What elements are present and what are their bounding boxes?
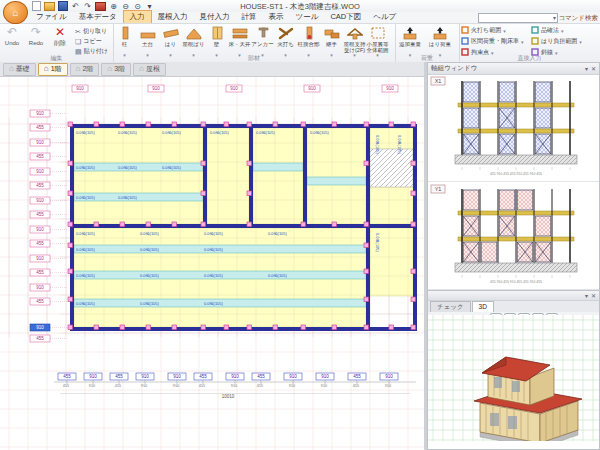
part-button-brace[interactable]: 火打ち▾	[274, 26, 297, 57]
svg-text:0.0他(105): 0.0他(105)	[256, 130, 276, 135]
range-icon	[366, 26, 389, 42]
svg-text:455: 455	[36, 241, 44, 246]
undo-button[interactable]: ↶ Undo	[0, 26, 24, 47]
svg-text:910: 910	[173, 374, 181, 379]
part-button-support[interactable]: 屋根支持受け(2F)▾	[343, 26, 366, 57]
copy-button[interactable]: ❏ コピー	[75, 37, 108, 46]
view3d-title-bar: ▾ ✕	[428, 291, 599, 301]
svg-text:455: 455	[63, 384, 69, 388]
tab-見付入力[interactable]: 見付入力	[194, 11, 236, 23]
floor-tab-屋根[interactable]: ⌂屋根	[133, 63, 166, 76]
svg-text:910: 910	[89, 374, 97, 379]
house-3d-model	[428, 315, 599, 441]
svg-text:0.0他(105): 0.0他(105)	[118, 195, 138, 200]
view3d-tab-チェック[interactable]: チェック	[430, 301, 471, 312]
redo-button[interactable]: ↷ Redo	[24, 26, 48, 47]
svg-text:10010: 10010	[222, 394, 235, 399]
part-button-floor[interactable]: 床・天井▾	[228, 26, 251, 57]
svg-text:910: 910	[230, 86, 238, 91]
part-button-sill[interactable]: 土台▾	[136, 26, 159, 57]
chevron-down-icon[interactable]: ▾	[553, 14, 556, 21]
ribbon-group-parts: 柱▾土台▾はり▾屋根ばり▾壁▾床・天井▾アンカー▾火打ち▾柱接合部▾継手▾屋根支…	[113, 24, 396, 62]
part-button-roofbeam[interactable]: 屋根ばり▾	[182, 26, 205, 57]
svg-text:910: 910	[36, 256, 44, 261]
direct-input-1[interactable]: 区間荷重・剛床率▾	[459, 37, 529, 46]
svg-text:455: 455	[36, 299, 44, 304]
tab-CAD下図[interactable]: CAD下図	[324, 11, 367, 23]
part-button-beam[interactable]: はり▾	[159, 26, 182, 57]
svg-text:0.0他(105): 0.0他(105)	[204, 301, 224, 306]
part-button-joint[interactable]: 柱接合部▾	[297, 26, 320, 57]
roofbeam-icon	[182, 26, 205, 42]
part-button-range[interactable]: 小屋裏等全体範囲▾	[366, 26, 389, 57]
part-button-anchor[interactable]: アンカー▾	[251, 26, 274, 57]
panel-close-icon[interactable]: ✕	[591, 292, 596, 299]
part-button-post[interactable]: 柱▾	[113, 26, 136, 57]
direct-input-icon	[531, 26, 539, 35]
view3d-viewport[interactable]	[428, 315, 599, 449]
joint-icon	[297, 26, 320, 42]
svg-text:0.0他(105): 0.0他(105)	[76, 301, 96, 306]
command-search-input[interactable]	[478, 13, 558, 23]
group-label-edit: 編集	[0, 54, 113, 62]
view3d-panel: ▾ ✕ チェック3D ■●▶↖✥SEGRB?↻	[427, 290, 600, 450]
svg-text:455: 455	[63, 374, 71, 379]
undo-icon: ↶	[0, 26, 24, 40]
tab-ツール[interactable]: ツール	[290, 11, 325, 23]
main-plan-canvas[interactable]: 0.0他(105)0.0他(105)0.0他(105)0.0他(105)0.0他…	[0, 77, 424, 450]
panel-minimize-icon[interactable]: ▾	[585, 292, 588, 299]
floor-tab-基礎[interactable]: ⌂基礎	[3, 63, 36, 76]
tab-表示[interactable]: 表示	[263, 11, 290, 23]
floor-tab-3階[interactable]: ⌂3階	[101, 63, 131, 76]
svg-text:0.0他(105): 0.0他(105)	[375, 233, 380, 253]
svg-text:910: 910	[308, 86, 316, 91]
delete-icon: ✕	[48, 26, 72, 40]
svg-text:0.0他(105): 0.0他(105)	[375, 135, 380, 155]
direct-input-0[interactable]: 火打ち範囲▾	[459, 26, 529, 35]
svg-text:0.0他(105): 0.0他(105)	[118, 165, 138, 170]
floor-tab-2階[interactable]: ⌂2階	[70, 63, 100, 76]
svg-text:455: 455	[257, 374, 265, 379]
group-label-direct-input: 直接入力	[459, 54, 600, 62]
svg-text:455: 455	[199, 374, 207, 379]
svg-text:910: 910	[289, 374, 297, 379]
svg-text:455: 455	[115, 384, 121, 388]
svg-text:0.0他(105): 0.0他(105)	[204, 231, 224, 236]
elevation-view-Y1[interactable]: 455 910 455 910 455 455 910 455Y1	[428, 182, 599, 290]
svg-text:0.0他(105): 0.0他(105)	[76, 165, 96, 170]
app-logo[interactable]: ⌂	[3, 1, 28, 24]
panel-minimize-icon[interactable]: ▾	[585, 65, 588, 72]
svg-text:0.0他(105): 0.0他(105)	[268, 231, 288, 236]
load-button-1[interactable]: はり荷重▾	[425, 26, 455, 57]
part-button-wall[interactable]: 壁▾	[205, 26, 228, 57]
view3d-tab-3D[interactable]: 3D	[472, 301, 494, 312]
floor-tab-1階[interactable]: ⌂1階	[38, 63, 68, 76]
svg-text:0.0他(105): 0.0他(105)	[204, 273, 224, 278]
tab-ファイル[interactable]: ファイル	[30, 11, 73, 23]
svg-text:0.0他(105): 0.0他(105)	[162, 165, 182, 170]
delete-button[interactable]: ✕ 削除	[48, 26, 72, 47]
direct-input-3[interactable]: 品確法▾	[529, 26, 599, 35]
weight-icon	[425, 26, 455, 42]
elevation-views[interactable]: 455 910 455 455 910 455 910 455X1455 910…	[428, 74, 599, 289]
svg-text:0.0他(105): 0.0他(105)	[76, 130, 96, 135]
tab-入力[interactable]: 入力	[123, 10, 152, 23]
direct-input-icon	[531, 37, 539, 46]
svg-text:910: 910	[231, 374, 239, 379]
ribbon-group-direct-input: 火打ち範囲▾区間荷重・剛床率▾拘束点▾品確法▾はり負担範囲▾斜線▾ 直接入力	[459, 24, 600, 62]
svg-text:910: 910	[36, 198, 44, 203]
direct-input-icon	[461, 26, 469, 35]
panel-close-icon[interactable]: ✕	[591, 65, 596, 72]
svg-text:455: 455	[36, 336, 44, 341]
elevation-view-X1[interactable]: 455 910 455 455 910 455 910 455X1	[428, 74, 599, 182]
svg-text:455: 455	[36, 154, 44, 159]
tab-屋根入力[interactable]: 屋根入力	[152, 11, 194, 23]
svg-text:910: 910	[36, 285, 44, 290]
tab-計算[interactable]: 計算	[236, 11, 263, 23]
direct-input-4[interactable]: はり負担範囲▾	[529, 37, 599, 46]
load-button-0[interactable]: 追加重量▾	[395, 26, 425, 57]
tab-基本データ[interactable]: 基本データ	[73, 11, 123, 23]
cut-button[interactable]: ✂ 切り取り	[75, 27, 108, 36]
tab-ヘルプ[interactable]: ヘルプ	[367, 11, 402, 23]
part-button-splice[interactable]: 継手▾	[320, 26, 343, 57]
